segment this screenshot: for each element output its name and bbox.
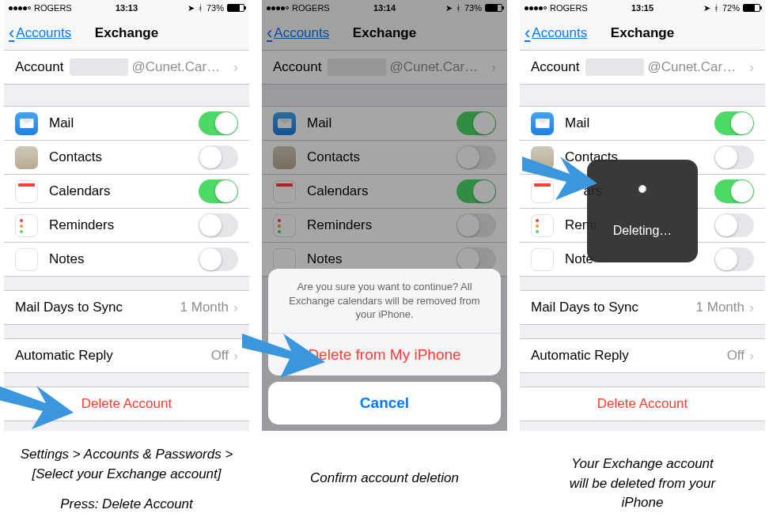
clock: 13:13: [116, 3, 138, 13]
chevron-left-icon: ‹: [9, 25, 14, 42]
redacted-email-prefix: [328, 58, 386, 76]
account-row[interactable]: Account @Cunet.Car… ›: [520, 50, 765, 85]
mail-toggle[interactable]: [714, 111, 754, 135]
contacts-icon: [531, 146, 554, 169]
toggle-row-contacts: Contacts: [4, 140, 249, 175]
bluetooth-icon: ᚼ: [714, 3, 719, 13]
chevron-left-icon: ‹: [267, 25, 272, 42]
spinner-icon: [628, 184, 657, 213]
bluetooth-icon: ᚼ: [198, 3, 203, 13]
location-icon: ➤: [188, 3, 195, 13]
hud-label: Deleting…: [613, 224, 672, 238]
contacts-icon: [273, 146, 296, 169]
contacts-toggle[interactable]: [199, 145, 238, 169]
sheet-message: Are you sure you want to continue? All E…: [268, 269, 501, 333]
clock: 13:15: [631, 3, 653, 13]
toggle-row-calendars: Calendars: [4, 174, 249, 209]
account-value: @Cunet.Car…: [131, 59, 220, 75]
location-icon: ➤: [703, 3, 710, 13]
mail-days-sync-row[interactable]: Mail Days to Sync 1 Month ›: [4, 290, 249, 325]
battery-icon: [485, 4, 502, 12]
carrier-label: ROGERS: [292, 3, 330, 13]
battery-percent: 73%: [206, 3, 224, 13]
clock: 13:14: [373, 3, 396, 13]
calendars-toggle[interactable]: [199, 179, 238, 203]
contacts-toggle[interactable]: [456, 145, 496, 169]
toggle-row-reminders: Reminders: [4, 208, 249, 243]
notes-toggle[interactable]: [456, 247, 496, 271]
back-button[interactable]: ‹ Accounts: [9, 25, 71, 42]
screenshot-step-2: ROGERS 13:14 ➤ ᚼ 73% ‹ Accounts Exchange…: [262, 0, 507, 431]
signal-icon: [525, 6, 547, 10]
contacts-toggle[interactable]: [714, 145, 754, 169]
chevron-right-icon: ›: [749, 300, 754, 316]
reminders-toggle[interactable]: [456, 213, 496, 237]
automatic-reply-row[interactable]: Automatic Reply Off ›: [4, 338, 249, 373]
mail-days-sync-row[interactable]: Mail Days to Sync 1 Month ›: [520, 290, 765, 325]
reminders-toggle[interactable]: [714, 213, 754, 237]
chevron-left-icon: ‹: [525, 25, 530, 42]
page-title: Exchange: [95, 25, 158, 41]
chevron-right-icon: ›: [233, 348, 238, 364]
notes-icon: [273, 248, 296, 271]
mail-icon: [531, 112, 554, 135]
chevron-right-icon: ›: [233, 300, 238, 316]
mail-icon: [273, 112, 296, 135]
sync-toggles-group: Mail Contacts Calendars Reminders Notes: [262, 107, 507, 277]
deleting-hud: Deleting…: [587, 160, 698, 262]
automatic-reply-row[interactable]: Automatic Reply Off ›: [520, 338, 765, 373]
calendars-icon: [273, 180, 296, 203]
calendars-icon: [531, 180, 554, 203]
chevron-right-icon: ›: [233, 59, 238, 76]
account-label: Account: [15, 59, 63, 75]
delete-from-iphone-button[interactable]: Delete from My iPhone: [268, 333, 501, 375]
nav-bar: ‹ Accounts Exchange: [262, 16, 507, 51]
chevron-right-icon: ›: [749, 59, 754, 76]
calendars-toggle[interactable]: [714, 179, 754, 203]
redacted-email-prefix: [585, 58, 644, 76]
battery-icon: [743, 4, 760, 12]
back-button[interactable]: ‹ Accounts: [267, 25, 329, 42]
page-title: Exchange: [611, 25, 674, 41]
status-bar: ROGERS 13:15 ➤ ᚼ 72%: [520, 0, 765, 16]
mail-icon: [15, 112, 38, 135]
back-label: Accounts: [16, 25, 71, 41]
nav-bar: ‹ Accounts Exchange: [4, 16, 249, 51]
mail-toggle[interactable]: [456, 111, 496, 135]
nav-bar: ‹ Accounts Exchange: [520, 16, 765, 51]
contacts-icon: [15, 146, 38, 169]
bluetooth-icon: ᚼ: [456, 3, 461, 13]
toggle-row-notes: Notes: [4, 242, 249, 277]
caption-step-1: Settings > Accounts & Passwords > [Selec…: [21, 445, 233, 515]
notes-toggle[interactable]: [199, 247, 238, 271]
reminders-icon: [15, 214, 38, 237]
delete-account-button[interactable]: Delete Account: [520, 387, 765, 421]
notes-toggle[interactable]: [714, 247, 754, 271]
mail-toggle[interactable]: [199, 111, 238, 135]
battery-percent: 73%: [464, 3, 482, 13]
account-row[interactable]: Account @Cunet.Car… ›: [262, 50, 507, 85]
page-title: Exchange: [353, 25, 416, 41]
notes-icon: [531, 248, 554, 271]
delete-account-button[interactable]: Delete Account: [4, 387, 249, 421]
reminders-icon: [531, 214, 554, 237]
chevron-right-icon: ›: [749, 348, 754, 364]
status-bar: ROGERS 13:13 ➤ ᚼ 73%: [4, 0, 249, 16]
reminders-toggle[interactable]: [199, 213, 238, 237]
screenshot-step-3: ROGERS 13:15 ➤ ᚼ 72% ‹ Accounts Exchange…: [520, 0, 765, 431]
sync-toggles-group: Mail Contacts Calendars Reminders Notes: [4, 107, 249, 277]
chevron-right-icon: ›: [491, 59, 496, 76]
battery-percent: 72%: [722, 3, 740, 13]
cancel-button[interactable]: Cancel: [268, 382, 501, 424]
signal-icon: [9, 6, 31, 10]
caption-step-2: Confirm account deletion: [310, 469, 459, 489]
back-button[interactable]: ‹ Accounts: [525, 25, 587, 42]
calendars-icon: [15, 180, 38, 203]
screenshot-step-1: ROGERS 13:13 ➤ ᚼ 73% ‹ Accounts Exchange…: [4, 0, 249, 431]
back-label: Accounts: [274, 25, 329, 41]
carrier-label: ROGERS: [34, 3, 72, 13]
calendars-toggle[interactable]: [456, 179, 496, 203]
caption-step-3: Your Exchange account will be deleted fr…: [570, 455, 715, 513]
account-row[interactable]: Account @Cunet.Car… ›: [4, 50, 249, 85]
carrier-label: ROGERS: [550, 3, 588, 13]
